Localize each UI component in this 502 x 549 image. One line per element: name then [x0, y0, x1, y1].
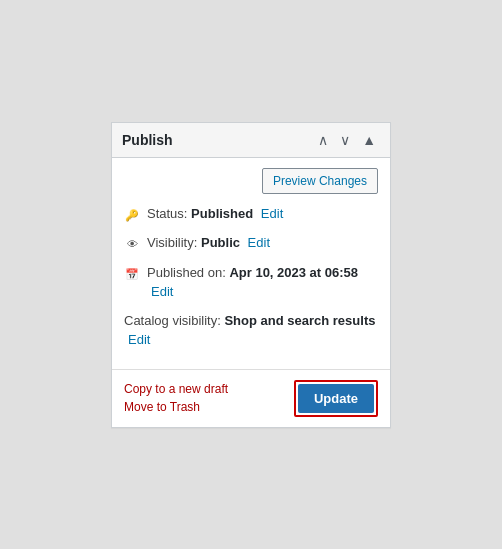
publish-footer: Copy to a new draft Move to Trash Update [112, 369, 390, 427]
visibility-text: Visibility: Public Edit [147, 233, 270, 253]
eye-icon [124, 234, 140, 254]
visibility-row: Visibility: Public Edit [124, 233, 378, 254]
chevron-up-icon: ∧ [318, 132, 328, 148]
catalog-row: Catalog visibility: Shop and search resu… [124, 311, 378, 350]
collapse-up-button[interactable]: ∧ [314, 131, 332, 149]
visibility-value: Public [201, 235, 240, 250]
update-button[interactable]: Update [298, 384, 374, 413]
visibility-edit-link[interactable]: Edit [248, 235, 270, 250]
publish-header: Publish ∧ ∨ ▲ [112, 123, 390, 158]
drag-handle-button[interactable]: ▲ [358, 131, 380, 149]
publish-box: Publish ∧ ∨ ▲ Preview Changes Status: Pu… [111, 122, 391, 428]
collapse-down-button[interactable]: ∨ [336, 131, 354, 149]
status-label: Status: [147, 206, 187, 221]
published-edit-link[interactable]: Edit [151, 284, 173, 299]
status-edit-link[interactable]: Edit [261, 206, 283, 221]
published-row: Published on: Apr 10, 2023 at 06:58 Edit [124, 263, 378, 302]
publish-title: Publish [122, 132, 173, 148]
key-icon [124, 205, 140, 225]
triangle-up-icon: ▲ [362, 132, 376, 148]
chevron-down-icon: ∨ [340, 132, 350, 148]
catalog-edit-link[interactable]: Edit [128, 332, 150, 347]
catalog-label: Catalog visibility: [124, 313, 221, 328]
status-text: Status: Published Edit [147, 204, 283, 224]
footer-links: Copy to a new draft Move to Trash [124, 382, 228, 414]
update-btn-wrapper: Update [294, 380, 378, 417]
catalog-value: Shop and search results [224, 313, 375, 328]
calendar-icon [124, 264, 140, 284]
publish-body: Preview Changes Status: Published Edit V… [112, 158, 390, 369]
published-label: Published on: [147, 265, 226, 280]
header-icons: ∧ ∨ ▲ [314, 131, 380, 149]
move-trash-link[interactable]: Move to Trash [124, 400, 228, 414]
visibility-label: Visibility: [147, 235, 197, 250]
copy-draft-link[interactable]: Copy to a new draft [124, 382, 228, 396]
preview-changes-button[interactable]: Preview Changes [262, 168, 378, 194]
preview-btn-row: Preview Changes [124, 168, 378, 194]
published-text: Published on: Apr 10, 2023 at 06:58 Edit [147, 263, 378, 302]
status-value: Published [191, 206, 253, 221]
status-row: Status: Published Edit [124, 204, 378, 225]
published-value: Apr 10, 2023 at 06:58 [229, 265, 358, 280]
